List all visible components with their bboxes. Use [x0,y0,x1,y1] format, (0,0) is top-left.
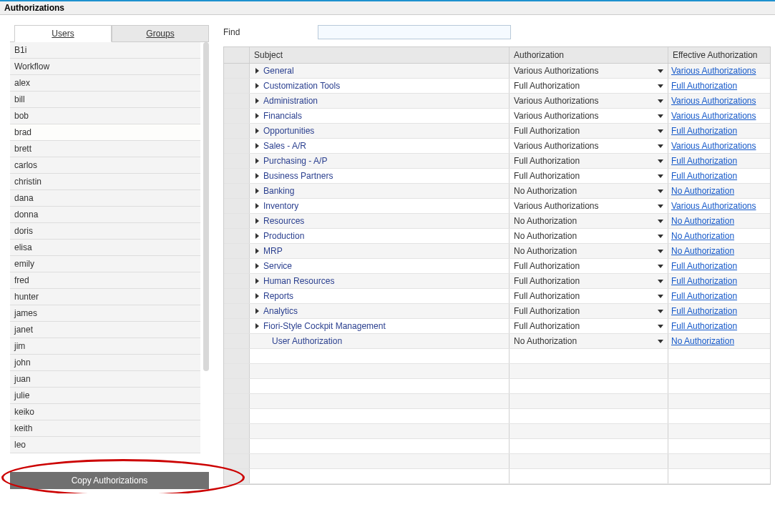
expand-arrow-icon[interactable] [255,323,259,329]
chevron-down-icon[interactable] [658,129,663,133]
cell-subject[interactable]: Purchasing - A/P [250,154,510,168]
table-row[interactable]: FinancialsVarious AuthorizationsVarious … [224,109,770,124]
cell-effective-authorization[interactable]: Various Authorizations [668,64,770,78]
expand-arrow-icon[interactable] [255,218,259,224]
table-row[interactable]: OpportunitiesFull AuthorizationFull Auth… [224,124,770,139]
cell-authorization[interactable]: Full Authorization [510,274,668,288]
col-header-subject[interactable]: Subject [250,47,510,63]
chevron-down-icon[interactable] [658,144,663,148]
table-row[interactable]: Fiori-Style Cockpit ManagementFull Autho… [224,319,770,334]
cell-authorization[interactable]: Full Authorization [510,124,668,138]
user-row[interactable]: doris [10,223,200,240]
table-row[interactable]: Purchasing - A/PFull AuthorizationFull A… [224,154,770,169]
cell-effective-authorization[interactable]: Full Authorization [668,79,770,93]
cell-authorization[interactable]: Full Authorization [510,319,668,333]
cell-authorization[interactable]: Various Authorizations [510,64,668,78]
expand-arrow-icon[interactable] [255,278,259,284]
user-row[interactable]: alex [10,75,200,92]
table-row[interactable]: ResourcesNo AuthorizationNo Authorizatio… [224,214,770,229]
cell-subject[interactable]: Production [250,229,510,243]
chevron-down-icon[interactable] [658,280,663,283]
user-row[interactable]: juan [10,371,200,388]
user-row[interactable]: fred [10,272,200,289]
cell-subject[interactable]: Customization Tools [250,79,510,93]
cell-subject[interactable]: Sales - A/R [250,139,510,153]
expand-arrow-icon[interactable] [255,143,259,149]
user-row[interactable]: christin [10,174,200,190]
cell-authorization[interactable]: Full Authorization [510,304,668,318]
cell-effective-authorization[interactable]: No Authorization [668,334,770,348]
user-row[interactable]: james [10,305,200,322]
cell-subject[interactable]: User Authorization [250,334,510,348]
user-row[interactable]: leo [10,437,200,453]
cell-effective-authorization[interactable]: Full Authorization [668,124,770,138]
expand-arrow-icon[interactable] [255,203,259,209]
table-row[interactable]: GeneralVarious AuthorizationsVarious Aut… [224,64,770,79]
table-row[interactable]: ServiceFull AuthorizationFull Authorizat… [224,259,770,274]
chevron-down-icon[interactable] [658,220,663,223]
user-row[interactable]: dana [10,190,200,207]
table-row[interactable]: Human ResourcesFull AuthorizationFull Au… [224,274,770,289]
cell-effective-authorization[interactable]: No Authorization [668,214,770,228]
cell-subject[interactable]: Resources [250,214,510,228]
scrollbar[interactable] [203,42,209,453]
col-header-effective[interactable]: Effective Authorization [668,47,770,63]
expand-arrow-icon[interactable] [255,263,259,269]
user-list[interactable]: B1iWorkflowalexbillbobbradbrettcarloschr… [10,42,200,453]
cell-effective-authorization[interactable]: Various Authorizations [668,109,770,123]
user-row[interactable]: elisa [10,240,200,256]
cell-authorization[interactable]: Full Authorization [510,79,668,93]
cell-authorization[interactable]: Various Authorizations [510,139,668,153]
expand-arrow-icon[interactable] [255,98,259,104]
cell-effective-authorization[interactable]: Various Authorizations [668,199,770,213]
cell-effective-authorization[interactable]: Various Authorizations [668,94,770,108]
cell-effective-authorization[interactable]: Full Authorization [668,154,770,168]
user-row[interactable]: Workflow [10,59,200,75]
cell-effective-authorization[interactable]: Full Authorization [668,259,770,273]
cell-effective-authorization[interactable]: Full Authorization [668,289,770,303]
chevron-down-icon[interactable] [658,325,663,328]
expand-arrow-icon[interactable] [255,293,259,299]
col-header-authorization[interactable]: Authorization [510,47,668,63]
tab-groups[interactable]: Groups [112,25,209,41]
expand-arrow-icon[interactable] [255,188,259,194]
cell-subject[interactable]: Human Resources [250,274,510,288]
table-row[interactable]: MRPNo AuthorizationNo Authorization [224,244,770,259]
cell-effective-authorization[interactable]: Full Authorization [668,304,770,318]
chevron-down-icon[interactable] [658,295,663,298]
cell-subject[interactable]: MRP [250,244,510,258]
table-row[interactable]: InventoryVarious AuthorizationsVarious A… [224,199,770,214]
table-row[interactable]: BankingNo AuthorizationNo Authorization [224,184,770,199]
cell-authorization[interactable]: Full Authorization [510,169,668,183]
cell-effective-authorization[interactable]: No Authorization [668,184,770,198]
cell-subject[interactable]: Financials [250,109,510,123]
cell-subject[interactable]: Analytics [250,304,510,318]
tab-users[interactable]: Users [14,25,112,42]
cell-authorization[interactable]: Full Authorization [510,289,668,303]
chevron-down-icon[interactable] [658,159,663,163]
table-row[interactable]: Business PartnersFull AuthorizationFull … [224,169,770,184]
cell-subject[interactable]: Inventory [250,199,510,213]
cell-effective-authorization[interactable]: Full Authorization [668,169,770,183]
user-row[interactable]: bob [10,108,200,124]
cell-authorization[interactable]: Various Authorizations [510,109,668,123]
expand-arrow-icon[interactable] [255,113,259,119]
chevron-down-icon[interactable] [658,265,663,268]
cell-effective-authorization[interactable]: Full Authorization [668,319,770,333]
table-row[interactable]: AnalyticsFull AuthorizationFull Authoriz… [224,304,770,319]
cell-authorization[interactable]: Full Authorization [510,259,668,273]
find-input[interactable] [318,25,511,39]
cell-effective-authorization[interactable]: No Authorization [668,229,770,243]
cell-authorization[interactable]: Various Authorizations [510,94,668,108]
copy-authorizations-button[interactable]: Copy Authorizations [10,472,209,489]
table-row[interactable]: AdministrationVarious AuthorizationsVari… [224,94,770,109]
user-row[interactable]: B1i [10,42,200,59]
cell-authorization[interactable]: Full Authorization [510,154,668,168]
cell-effective-authorization[interactable]: No Authorization [668,244,770,258]
cell-subject[interactable]: Opportunities [250,124,510,138]
chevron-down-icon[interactable] [658,69,663,73]
table-row[interactable]: User AuthorizationNo AuthorizationNo Aut… [224,334,770,349]
cell-subject[interactable]: Business Partners [250,169,510,183]
user-row[interactable]: keiko [10,404,200,420]
expand-arrow-icon[interactable] [255,233,259,239]
